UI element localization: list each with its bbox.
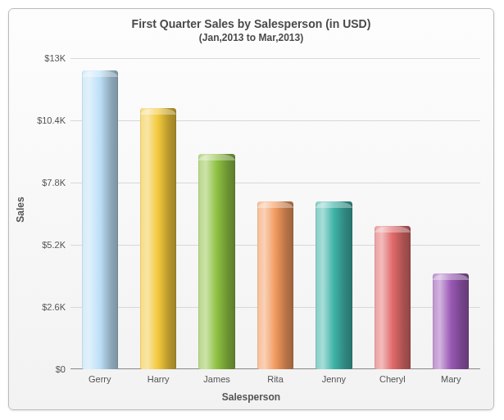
bar bbox=[316, 201, 352, 369]
bar-cap bbox=[316, 201, 352, 208]
x-tick-label: Rita bbox=[267, 374, 284, 384]
x-axis-label: Salesperson bbox=[222, 391, 280, 403]
bar bbox=[375, 226, 411, 369]
bar bbox=[82, 70, 118, 369]
y-axis-label: Sales bbox=[15, 196, 26, 222]
grid-line bbox=[70, 183, 480, 183]
bar-cap bbox=[82, 70, 118, 77]
y-tick-label: $5.2K bbox=[42, 240, 66, 250]
x-tick-label: Gerry bbox=[89, 374, 111, 384]
bar bbox=[257, 201, 293, 369]
bar-cap bbox=[433, 273, 469, 280]
y-tick-label: $0 bbox=[56, 364, 66, 374]
y-tick-label: $10.4K bbox=[37, 115, 66, 125]
grid-line bbox=[70, 58, 480, 59]
x-tick-label: James bbox=[203, 374, 229, 384]
bar-cap bbox=[140, 108, 176, 115]
grid-line bbox=[70, 120, 480, 121]
plot-area: $0$2.6K$5.2K$7.8K$10.4K$13KGerryHarryJam… bbox=[70, 58, 480, 369]
y-tick-label: $2.6K bbox=[42, 302, 66, 312]
x-tick-label: Mary bbox=[441, 374, 461, 384]
x-tick-label: Cheryl bbox=[379, 374, 406, 384]
y-tick-label: $13K bbox=[44, 53, 66, 63]
chart-frame: First Quarter Sales by Salesperson (in U… bbox=[8, 8, 494, 410]
chart-subtitle: (Jan,2013 to Mar,2013) bbox=[9, 32, 493, 43]
bar-cap bbox=[198, 154, 234, 160]
y-tick-label: $7.8K bbox=[42, 178, 66, 187]
x-tick-label: Jenny bbox=[322, 374, 346, 384]
bar bbox=[433, 273, 469, 369]
bar-cap bbox=[257, 201, 293, 208]
bar bbox=[140, 108, 176, 369]
x-tick-label: Harry bbox=[148, 374, 170, 384]
chart-title: First Quarter Sales by Salesperson (in U… bbox=[9, 17, 493, 30]
bar bbox=[198, 154, 234, 369]
chart-titles: First Quarter Sales by Salesperson (in U… bbox=[9, 9, 493, 43]
bar-cap bbox=[375, 226, 411, 233]
